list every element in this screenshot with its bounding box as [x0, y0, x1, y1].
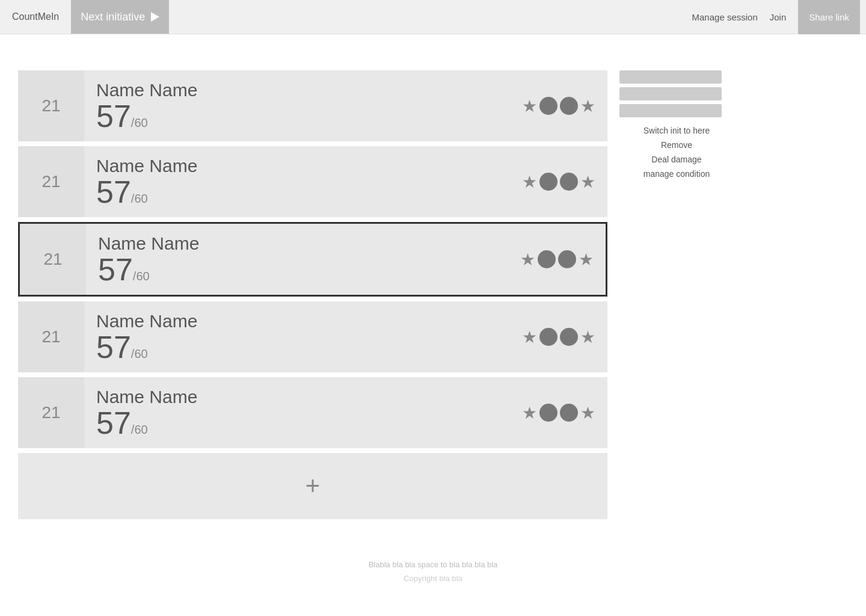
initiative-name: Name Name — [96, 387, 510, 407]
circle-icon-1 — [539, 97, 557, 115]
initiative-icons: ★ ★ — [522, 377, 607, 448]
initiative-info: Name Name 57 /60 — [84, 70, 522, 141]
initiative-icons: ★ ★ — [522, 70, 607, 141]
star-icon-left: ★ — [522, 403, 537, 423]
remove-action[interactable]: Remove — [619, 139, 734, 151]
star-icon-left: ★ — [520, 250, 535, 270]
initiative-icons: ★ ★ — [520, 224, 606, 295]
footer-tagline: Blabla bla bla space to bla bla bla bla — [0, 560, 866, 569]
star-icon-right: ★ — [580, 327, 595, 347]
add-combatant-button[interactable]: + — [18, 453, 607, 519]
initiative-info: Name Name 57 /60 — [84, 146, 522, 217]
hp-total: /60 — [131, 192, 148, 206]
hp-value: 57 — [96, 331, 131, 363]
initiative-info: Name Name 57 /60 — [84, 377, 522, 448]
circle-icon-2 — [560, 404, 578, 422]
plus-icon: + — [306, 473, 321, 499]
initiative-row[interactable]: 21 Name Name 57 /60 ★ ★ — [18, 377, 607, 448]
color-bar-3 — [619, 104, 722, 117]
initiative-hp: 57 /60 — [96, 331, 510, 363]
initiative-name: Name Name — [96, 80, 510, 100]
star-icon-right: ★ — [580, 172, 595, 192]
circle-icon-2 — [560, 328, 578, 346]
footer-copyright: Copyright bla bla — [0, 574, 866, 583]
circle-icon-2 — [560, 97, 578, 115]
play-icon — [151, 12, 159, 22]
initiative-number: 21 — [18, 146, 84, 217]
initiative-row[interactable]: 21 Name Name 57 /60 ★ ★ — [18, 146, 607, 217]
star-icon-right: ★ — [580, 403, 595, 423]
header-right: Manage session Join Share link — [692, 0, 866, 34]
initiative-hp: 57 /60 — [96, 100, 510, 132]
next-initiative-button[interactable]: Next initiative — [71, 0, 169, 34]
manage-session-link[interactable]: Manage session — [692, 12, 758, 22]
sidebar-actions: Switch init to here Remove Deal damage m… — [619, 125, 734, 180]
initiative-number: 21 — [18, 377, 84, 448]
switch-init-action[interactable]: Switch init to here — [619, 125, 734, 137]
initiative-list: 21 Name Name 57 /60 ★ ★ 21 Name Name 57 — [18, 70, 607, 524]
color-bar-1 — [619, 70, 722, 84]
hp-total: /60 — [131, 423, 148, 437]
initiative-name: Name Name — [98, 233, 508, 254]
star-icon-right: ★ — [579, 250, 594, 270]
color-bar-2 — [619, 87, 722, 100]
hp-value: 57 — [96, 176, 131, 208]
main-content: 21 Name Name 57 /60 ★ ★ 21 Name Name 57 — [0, 34, 866, 542]
sidebar-menu: Switch init to here Remove Deal damage m… — [619, 70, 734, 524]
star-icon-left: ★ — [522, 96, 537, 116]
initiative-icons: ★ ★ — [522, 301, 607, 372]
circle-icon-1 — [539, 328, 557, 346]
footer: Blabla bla bla space to bla bla bla bla … — [0, 542, 866, 589]
initiative-number: 21 — [20, 224, 86, 295]
circle-icon-1 — [539, 404, 557, 422]
initiative-row[interactable]: 21 Name Name 57 /60 ★ ★ — [18, 222, 607, 297]
hp-total: /60 — [131, 116, 148, 130]
initiative-label: Next initiative — [81, 11, 145, 23]
star-icon-left: ★ — [522, 327, 537, 347]
hp-value: 57 — [96, 100, 131, 132]
initiative-name: Name Name — [96, 156, 510, 176]
logo: CountMeIn — [0, 11, 71, 22]
initiative-info: Name Name 57 /60 — [84, 301, 522, 372]
initiative-hp: 57 /60 — [96, 176, 510, 208]
star-icon-right: ★ — [580, 96, 595, 116]
hp-value: 57 — [98, 254, 133, 285]
initiative-hp: 57 /60 — [96, 407, 510, 439]
initiative-hp: 57 /60 — [98, 254, 508, 285]
star-icon-left: ★ — [522, 172, 537, 192]
manage-condition-action[interactable]: manage condition — [619, 168, 734, 180]
circle-icon-1 — [539, 173, 557, 191]
circle-icon-2 — [558, 250, 576, 268]
initiative-icons: ★ ★ — [522, 146, 607, 217]
initiative-number: 21 — [18, 70, 84, 141]
color-bars — [619, 70, 734, 117]
hp-value: 57 — [96, 407, 131, 439]
hp-total: /60 — [133, 270, 150, 283]
initiative-row[interactable]: 21 Name Name 57 /60 ★ ★ — [18, 70, 607, 141]
share-link-button[interactable]: Share link — [798, 0, 860, 34]
circle-icon-1 — [538, 250, 556, 268]
initiative-number: 21 — [18, 301, 84, 372]
circle-icon-2 — [560, 173, 578, 191]
initiative-name: Name Name — [96, 311, 510, 331]
header: CountMeIn Next initiative Manage session… — [0, 0, 866, 34]
hp-total: /60 — [131, 347, 148, 361]
deal-damage-action[interactable]: Deal damage — [619, 153, 734, 165]
initiative-info: Name Name 57 /60 — [86, 224, 520, 295]
join-link[interactable]: Join — [770, 12, 787, 22]
initiative-row[interactable]: 21 Name Name 57 /60 ★ ★ — [18, 301, 607, 372]
